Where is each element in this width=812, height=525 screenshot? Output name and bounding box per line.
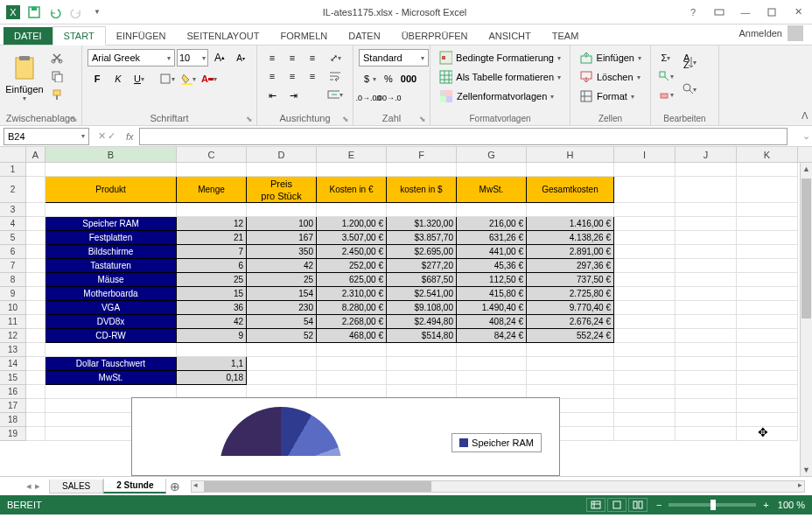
- row-header-15[interactable]: 15: [0, 371, 26, 385]
- undo-icon[interactable]: [46, 3, 65, 22]
- col-header-J[interactable]: J: [676, 147, 737, 162]
- cell[interactable]: 0,18: [177, 371, 247, 385]
- cell[interactable]: [614, 329, 676, 343]
- cell[interactable]: 8.280,00 €: [317, 301, 387, 315]
- cell[interactable]: [247, 343, 317, 357]
- font-name-combo[interactable]: Arial Greek▾: [88, 49, 175, 66]
- cell[interactable]: 9.770,40 €: [527, 301, 614, 315]
- cell[interactable]: [247, 203, 317, 217]
- row-header-13[interactable]: 13: [0, 343, 26, 357]
- cell[interactable]: 2.450,00 €: [317, 245, 387, 259]
- row-header-9[interactable]: 9: [0, 287, 26, 301]
- format-cells-button[interactable]: Format▾: [576, 88, 645, 105]
- cell[interactable]: 297,36 €: [527, 259, 614, 273]
- cell[interactable]: [26, 413, 46, 427]
- cell[interactable]: [387, 163, 457, 177]
- header-gesamt[interactable]: Gesamtkosten: [527, 177, 614, 203]
- cell[interactable]: $2.541,00: [387, 287, 457, 301]
- cell[interactable]: [26, 385, 46, 399]
- cell[interactable]: [46, 203, 177, 217]
- row-header-1[interactable]: 1: [0, 163, 26, 177]
- cell[interactable]: [737, 203, 798, 217]
- fill-icon[interactable]: ▾: [656, 67, 676, 85]
- col-header-E[interactable]: E: [317, 147, 387, 162]
- col-header-G[interactable]: G: [457, 147, 527, 162]
- cell[interactable]: [737, 315, 798, 329]
- format-as-table-button[interactable]: Als Tabelle formatieren▾: [436, 68, 564, 86]
- col-header-C[interactable]: C: [177, 147, 247, 162]
- zoom-slider[interactable]: [668, 503, 756, 507]
- row-header-11[interactable]: 11: [0, 315, 26, 329]
- cell[interactable]: [676, 329, 737, 343]
- cell[interactable]: 45,36 €: [457, 259, 527, 273]
- cell[interactable]: [387, 371, 457, 385]
- cell[interactable]: $3.857,70: [387, 231, 457, 245]
- cell[interactable]: 216,00 €: [457, 217, 527, 231]
- font-color-button[interactable]: A▾: [200, 70, 219, 88]
- cell[interactable]: [26, 259, 46, 273]
- cell[interactable]: 1,1: [177, 357, 247, 371]
- cell[interactable]: [676, 163, 737, 177]
- row-header-6[interactable]: 6: [0, 245, 26, 259]
- cell[interactable]: [737, 163, 798, 177]
- cell[interactable]: 2.310,00 €: [317, 287, 387, 301]
- product-name[interactable]: Mäuse: [46, 273, 177, 287]
- cell[interactable]: 100: [247, 217, 317, 231]
- cell[interactable]: [614, 399, 676, 413]
- product-name[interactable]: CD-RW: [46, 329, 177, 343]
- cell[interactable]: 9: [177, 329, 247, 343]
- new-sheet-button[interactable]: ⊕: [166, 480, 184, 494]
- scroll-right-icon[interactable]: ▸: [798, 480, 802, 489]
- horizontal-scrollbar[interactable]: ◂ ▸: [191, 480, 805, 493]
- cell[interactable]: 12: [177, 217, 247, 231]
- sheet-nav-prev-icon[interactable]: ◂: [26, 480, 32, 492]
- row-header-18[interactable]: 18: [0, 413, 26, 427]
- cell[interactable]: [614, 231, 676, 245]
- border-button[interactable]: ▾: [158, 70, 177, 88]
- cell[interactable]: [317, 357, 387, 371]
- row-header-4[interactable]: 4: [0, 217, 26, 231]
- cell-styles-button[interactable]: Zellenformatvorlagen▾: [436, 88, 564, 105]
- cell[interactable]: $1.320,00: [387, 217, 457, 231]
- cell[interactable]: [26, 343, 46, 357]
- cell[interactable]: [26, 357, 46, 371]
- row-header-12[interactable]: 12: [0, 329, 26, 343]
- italic-button[interactable]: K: [108, 70, 128, 88]
- cell[interactable]: [737, 301, 798, 315]
- header-produkt[interactable]: Produkt: [46, 177, 177, 203]
- cell[interactable]: [676, 273, 737, 287]
- cell[interactable]: [26, 399, 46, 413]
- cell[interactable]: 631,26 €: [457, 231, 527, 245]
- tab-start[interactable]: START: [52, 26, 106, 46]
- cell[interactable]: [676, 287, 737, 301]
- cell[interactable]: [614, 371, 676, 385]
- cell[interactable]: [737, 413, 798, 427]
- cell[interactable]: $687,50: [387, 273, 457, 287]
- cell[interactable]: 408,24 €: [457, 315, 527, 329]
- cell[interactable]: 252,00 €: [317, 259, 387, 273]
- tab-view[interactable]: ANSICHT: [478, 27, 541, 45]
- product-name[interactable]: Festplatten: [46, 231, 177, 245]
- autosum-icon[interactable]: Σ▾: [656, 49, 676, 66]
- cell[interactable]: [247, 371, 317, 385]
- cell[interactable]: 350: [247, 245, 317, 259]
- row-header-2[interactable]: 2: [0, 177, 26, 203]
- tab-file[interactable]: DATEI: [4, 27, 52, 45]
- cell[interactable]: [676, 231, 737, 245]
- cell[interactable]: 1.416,00 €: [527, 217, 614, 231]
- conditional-formatting-button[interactable]: Bedingte Formatierung▾: [436, 49, 564, 66]
- cell[interactable]: 84,24 €: [457, 329, 527, 343]
- cell[interactable]: [26, 177, 46, 203]
- cell[interactable]: [457, 343, 527, 357]
- cell[interactable]: [457, 357, 527, 371]
- cell[interactable]: [737, 287, 798, 301]
- cell[interactable]: [737, 273, 798, 287]
- cell[interactable]: [26, 245, 46, 259]
- wrap-text-icon[interactable]: [326, 67, 345, 85]
- cell[interactable]: [527, 163, 614, 177]
- excel-icon[interactable]: X: [4, 3, 23, 22]
- cell[interactable]: $514,80: [387, 329, 457, 343]
- cell[interactable]: [676, 413, 737, 427]
- cell[interactable]: $2.494,80: [387, 315, 457, 329]
- cell[interactable]: [676, 259, 737, 273]
